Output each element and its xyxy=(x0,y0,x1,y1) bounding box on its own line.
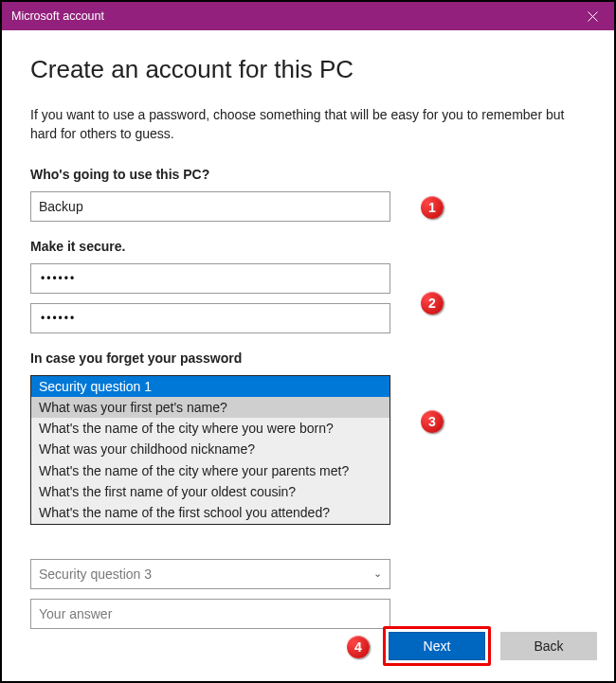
titlebar: Microsoft account xyxy=(2,2,614,30)
security-question-3-placeholder: Security question 3 xyxy=(39,566,152,582)
chevron-down-icon: ⌄ xyxy=(373,567,382,580)
dropdown-option[interactable]: What's the name of the first school you … xyxy=(31,502,390,523)
footer-buttons: Next Back xyxy=(383,626,597,666)
security-question-3-dropdown[interactable]: Security question 3 ⌄ xyxy=(30,559,390,589)
username-input[interactable] xyxy=(30,191,390,222)
username-label: Who's going to use this PC? xyxy=(30,167,586,182)
next-button-highlight: Next xyxy=(383,626,491,666)
next-button[interactable]: Next xyxy=(389,632,485,660)
forget-password-label: In case you forget your password xyxy=(30,350,586,366)
secure-label: Make it secure. xyxy=(30,239,586,254)
annotation-badge-1: 1 xyxy=(421,196,444,219)
dropdown-option[interactable]: What was your childhood nickname? xyxy=(31,439,390,459)
confirm-password-input[interactable]: •••••• xyxy=(30,303,390,333)
main-content: Create an account for this PC If you wan… xyxy=(2,30,614,642)
dropdown-option[interactable]: What was your first pet's name? xyxy=(31,397,390,418)
annotation-badge-3: 3 xyxy=(421,410,444,433)
security-question-1-dropdown[interactable]: Security question 1 What was your first … xyxy=(30,375,390,525)
window-title: Microsoft account xyxy=(11,9,104,23)
page-description: If you want to use a password, choose so… xyxy=(30,105,586,144)
dropdown-option[interactable]: What's the first name of your oldest cou… xyxy=(31,481,390,502)
dropdown-option[interactable]: What's the name of the city where your p… xyxy=(31,460,390,481)
close-button[interactable] xyxy=(571,2,614,30)
close-icon xyxy=(588,11,598,22)
back-button[interactable]: Back xyxy=(500,632,597,660)
password-input[interactable]: •••••• xyxy=(30,263,390,294)
page-title: Create an account for this PC xyxy=(30,55,586,84)
answer-input[interactable]: Your answer xyxy=(30,599,390,629)
dropdown-selected[interactable]: Security question 1 xyxy=(31,376,390,397)
annotation-badge-4: 4 xyxy=(347,636,370,658)
annotation-badge-2: 2 xyxy=(421,292,444,315)
dropdown-option[interactable]: What's the name of the city where you we… xyxy=(31,418,390,439)
